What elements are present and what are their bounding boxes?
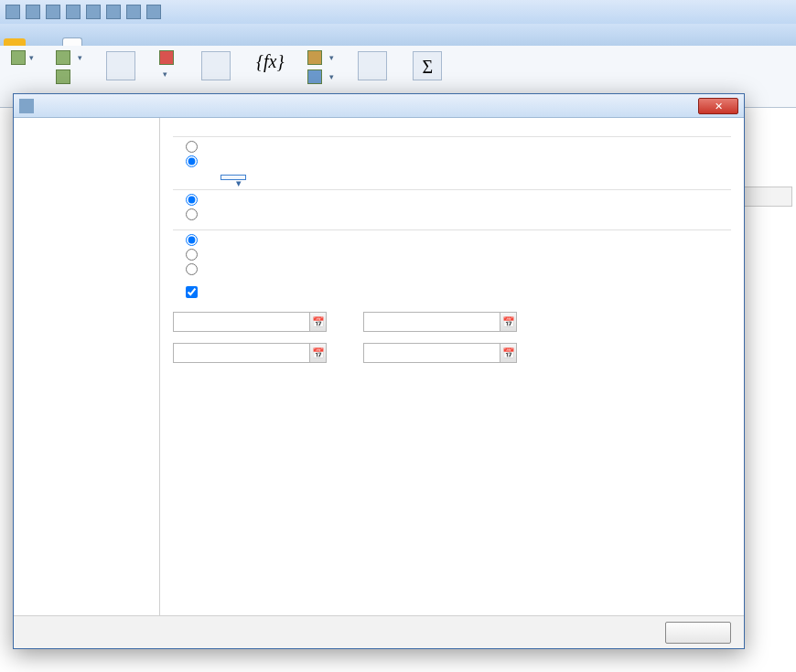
calendar-icon[interactable]: 📅 (309, 344, 326, 362)
qat-icon[interactable] (66, 5, 81, 19)
tab-filter[interactable] (156, 38, 174, 46)
tab-physvol[interactable] (82, 38, 101, 46)
btn-params[interactable] (352, 49, 393, 82)
tab-main[interactable] (26, 38, 44, 46)
tab-select[interactable] (137, 38, 156, 46)
date2-input[interactable]: 📅 (363, 312, 517, 332)
radio-resursny[interactable] (186, 249, 731, 261)
btn-nach-uroven[interactable] (156, 69, 181, 80)
dialog-icon (19, 99, 34, 113)
btn-grid[interactable] (196, 49, 236, 82)
date4-input[interactable]: 📅 (363, 343, 517, 363)
tab-resources[interactable] (101, 38, 119, 46)
okr-select[interactable] (221, 175, 246, 180)
checkbox-metodika2020[interactable] (186, 286, 731, 298)
btn-itogi[interactable]: Σ (407, 49, 447, 84)
date3-input[interactable]: 📅 (173, 343, 327, 363)
tab-data[interactable] (192, 38, 210, 46)
btn-search[interactable] (101, 49, 141, 82)
btn-fx[interactable]: {fx} (251, 49, 289, 74)
qat-icon[interactable] (126, 5, 141, 19)
calendar-icon[interactable]: 📅 (500, 344, 516, 362)
radio-bazis-cena[interactable] (186, 263, 731, 275)
btn-sposob[interactable] (304, 49, 338, 66)
col-header-units (737, 187, 792, 207)
section-3-label (173, 228, 731, 230)
radio-dole[interactable] (186, 194, 731, 206)
ok-button[interactable] (665, 622, 731, 644)
qat-icon[interactable] (26, 5, 40, 19)
tab-exec[interactable] (119, 38, 137, 46)
tab-ops[interactable] (174, 38, 192, 46)
dialog-close-button[interactable]: ✕ (698, 98, 738, 114)
radio-peremnozhenie[interactable] (186, 155, 731, 167)
radio-bazisno-index[interactable] (186, 234, 731, 246)
params-dialog: ✕ 📅 (13, 93, 745, 649)
radio-urovnevy[interactable] (186, 141, 731, 153)
settings-content: 📅 📅 📅 📅 (160, 118, 744, 615)
tab-document[interactable] (62, 37, 82, 46)
btn-razdel[interactable] (52, 49, 86, 66)
qat-icon[interactable] (46, 5, 60, 19)
section-2-label (173, 187, 731, 190)
date1-input[interactable]: 📅 (173, 312, 327, 332)
tab-insert[interactable] (44, 38, 62, 46)
qat-icon[interactable] (106, 5, 121, 19)
btn-zagolovok[interactable] (52, 69, 86, 85)
btn-itogi-poz[interactable] (304, 69, 338, 85)
ribbon-tabs (0, 24, 796, 46)
calendar-icon[interactable]: 📅 (309, 313, 326, 331)
section-1-label (173, 134, 731, 137)
file-tab[interactable] (4, 38, 26, 46)
qat-icon[interactable] (86, 5, 101, 19)
qat-icon[interactable] (5, 5, 20, 19)
radio-chelchas[interactable] (186, 208, 731, 220)
btn-ne-uchityvat[interactable] (156, 49, 181, 66)
qat-icon[interactable] (146, 5, 161, 19)
btn-plus[interactable] (7, 49, 38, 66)
settings-tree (14, 118, 160, 615)
calendar-icon[interactable]: 📅 (500, 313, 516, 331)
